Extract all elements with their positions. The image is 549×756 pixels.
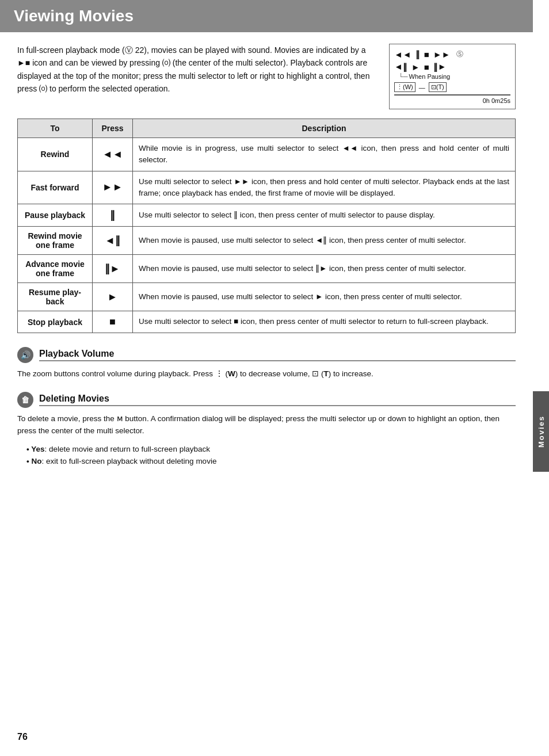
- playback-volume-body: The zoom buttons control volume during p…: [17, 368, 516, 380]
- page-title: Viewing Movies: [14, 7, 519, 25]
- playback-volume-title: Playback Volume: [39, 349, 516, 361]
- cell-description: Use multi selector to select ►► icon, th…: [133, 171, 516, 204]
- cell-press: ►: [93, 283, 133, 311]
- cell-to: Rewind: [18, 138, 93, 171]
- cell-to: Stop playback: [18, 311, 93, 333]
- cell-to: Pause playback: [18, 204, 93, 227]
- table-row: Stop playback■Use multi selector to sele…: [18, 311, 516, 333]
- table-row: Fast forward►►Use multi selector to sele…: [18, 171, 516, 204]
- cell-description: When movie is paused, use multi selector…: [133, 255, 516, 283]
- cell-press: ‖: [93, 204, 133, 227]
- cell-to: Advance movieone frame: [18, 255, 93, 283]
- deleting-movies-heading: 🗑 Deleting Movies: [17, 392, 516, 408]
- playback-volume-icon: 🔊: [17, 347, 33, 363]
- progress-display: 0h 0m25s: [483, 97, 510, 104]
- table-row: Advance movieone frame‖►When movie is pa…: [18, 255, 516, 283]
- cell-press: ◄◄: [93, 138, 133, 171]
- bullet-yes: Yes: delete movie and return to full-scr…: [26, 443, 516, 456]
- col-header-to: To: [18, 119, 93, 138]
- cell-to: Resume play-back: [18, 283, 93, 311]
- controls-diagram: ◄◄ ‖ ■ ►► Ⓢ ◄‖ ► ■ ‖► └─ When Pausing: [389, 44, 516, 109]
- controls-table: To Press Description Rewind◄◄While movie…: [17, 119, 516, 333]
- table-row: Pause playback‖Use multi selector to sel…: [18, 204, 516, 227]
- page-number: 76: [17, 732, 28, 742]
- deleting-movies-body: To delete a movie, press the ᴍ button. A…: [17, 413, 516, 437]
- table-row: Rewind movieone frame◄‖When movie is pau…: [18, 227, 516, 255]
- playback-volume-heading: 🔊 Playback Volume: [17, 347, 516, 363]
- cell-description: Use multi selector to select ‖ icon, the…: [133, 204, 516, 227]
- cell-description: Use multi selector to select ■ icon, the…: [133, 311, 516, 333]
- cell-to: Fast forward: [18, 171, 93, 204]
- page-header: Viewing Movies: [0, 0, 533, 32]
- deleting-movies-title: Deleting Movies: [39, 394, 516, 406]
- deleting-movies-icon: 🗑: [17, 392, 33, 408]
- side-tab: Movies: [533, 391, 549, 472]
- when-pausing-label: When Pausing: [409, 73, 451, 80]
- cell-press: ►►: [93, 171, 133, 204]
- table-row: Rewind◄◄While movie is in progress, use …: [18, 138, 516, 171]
- col-header-description: Description: [133, 119, 516, 138]
- table-row: Resume play-back►When movie is paused, u…: [18, 283, 516, 311]
- cell-description: When movie is paused, use multi selector…: [133, 283, 516, 311]
- cell-press: ‖►: [93, 255, 133, 283]
- deleting-movies-bullets: Yes: delete movie and return to full-scr…: [26, 443, 516, 468]
- cell-description: While movie is in progress, use multi se…: [133, 138, 516, 171]
- bullet-no: No: exit to full-screen playback without…: [26, 455, 516, 468]
- col-header-press: Press: [93, 119, 133, 138]
- intro-section: In full-screen playback mode (Ⓥ 22), mov…: [17, 44, 516, 109]
- cell-to: Rewind movieone frame: [18, 227, 93, 255]
- intro-text: In full-screen playback mode (Ⓥ 22), mov…: [17, 44, 378, 109]
- cell-press: ■: [93, 311, 133, 333]
- cell-description: When movie is paused, use multi selector…: [133, 227, 516, 255]
- cell-press: ◄‖: [93, 227, 133, 255]
